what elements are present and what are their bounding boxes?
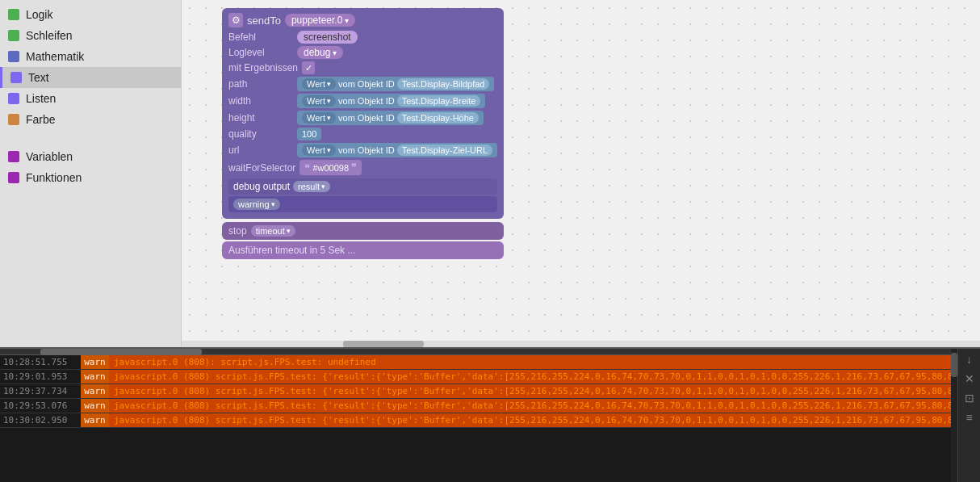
log-timestamp-1: 10:29:01.953 bbox=[0, 370, 81, 384]
loglevel-label: Loglevel bbox=[228, 47, 293, 58]
gear-icon[interactable]: ⚙ bbox=[228, 13, 243, 27]
sidebar-label-farbe: Farbe bbox=[26, 113, 56, 126]
log-message-4: javascript.0 (808) script.js.FPS.test: {… bbox=[109, 413, 980, 427]
log-icon-copy[interactable]: ⊡ bbox=[965, 392, 974, 404]
quality-value[interactable]: 100 bbox=[297, 128, 321, 140]
url-id-pill[interactable]: Test.Display-Ziel-URL bbox=[397, 145, 492, 156]
log-icon-list[interactable]: ≡ bbox=[965, 411, 972, 424]
path-wert-dropdown[interactable]: Wert bbox=[302, 78, 336, 90]
width-label: width bbox=[228, 95, 293, 107]
warning-block[interactable]: warning bbox=[228, 196, 497, 212]
height-von: vom Objekt ID bbox=[338, 113, 395, 123]
mit-ergebnissen-row: mit Ergebnissen ✓ bbox=[228, 61, 497, 74]
sidebar-label-listen: Listen bbox=[26, 92, 56, 105]
sidebar-item-text[interactable]: Text bbox=[0, 67, 181, 88]
path-id-pill[interactable]: Test.Display-Bildpfad bbox=[397, 78, 490, 90]
quality-label: quality bbox=[228, 128, 293, 140]
height-row: height Wert vom Objekt ID Test.Display-H… bbox=[228, 111, 497, 125]
open-quote: ❝ bbox=[304, 161, 310, 174]
mit-checkbox[interactable]: ✓ bbox=[302, 61, 315, 74]
url-value-block[interactable]: Wert vom Objekt ID Test.Display-Ziel-URL bbox=[297, 143, 497, 157]
result-dropdown[interactable]: result bbox=[293, 181, 330, 192]
url-von: vom Objekt ID bbox=[338, 145, 395, 155]
log-timestamp-0: 10:28:51.755 bbox=[0, 355, 81, 369]
width-von: vom Objekt ID bbox=[338, 96, 395, 106]
sidebar-item-farbe[interactable]: Farbe bbox=[0, 109, 181, 130]
width-wert-dropdown[interactable]: Wert bbox=[302, 95, 336, 107]
log-timestamp-3: 10:29:53.076 bbox=[0, 399, 81, 413]
log-message-3: javascript.0 (808) script.js.FPS.test: {… bbox=[109, 399, 980, 413]
stop-block[interactable]: stop timeout bbox=[222, 222, 504, 240]
sidebar-item-variablen[interactable]: Variablen bbox=[0, 146, 181, 167]
log-scrollbar-v-thumb[interactable] bbox=[951, 353, 957, 377]
log-level-2: warn bbox=[81, 384, 109, 398]
timeout-dropdown[interactable]: timeout bbox=[251, 225, 295, 237]
log-sidebar: ↓ ✕ ⊡ ≡ bbox=[957, 349, 980, 482]
sendto-target-dropdown[interactable]: puppeteer.0 bbox=[285, 14, 355, 27]
url-wert-dropdown[interactable]: Wert bbox=[302, 145, 336, 156]
waitforselector-label: waitForSelector bbox=[228, 162, 295, 174]
sidebar-item-mathematik[interactable]: Mathematik bbox=[0, 46, 181, 67]
log-entry-2: 10:29:37.734 warn javascript.0 (808) scr… bbox=[0, 384, 980, 399]
variablen-color bbox=[8, 151, 19, 162]
farbe-color bbox=[8, 114, 19, 125]
log-icon-down[interactable]: ↓ bbox=[966, 353, 972, 366]
log-scrollbar-horizontal[interactable] bbox=[0, 349, 980, 355]
canvas-scrollbar-horizontal[interactable] bbox=[182, 341, 980, 347]
debug-output-label: debug output bbox=[233, 181, 290, 192]
path-row: path Wert vom Objekt ID Test.Display-Bil… bbox=[228, 77, 497, 91]
height-label: height bbox=[228, 112, 293, 124]
height-id-pill[interactable]: Test.Display-Höhe bbox=[397, 112, 479, 124]
log-entries: 10:28:51.755 warn javascript.0 (808): sc… bbox=[0, 355, 980, 428]
log-scrollbar-thumb[interactable] bbox=[40, 349, 202, 355]
height-wert-dropdown[interactable]: Wert bbox=[302, 112, 336, 124]
log-area: 10:28:51.755 warn javascript.0 (808): sc… bbox=[0, 347, 980, 482]
log-entry-3: 10:29:53.076 warn javascript.0 (808) scr… bbox=[0, 399, 980, 413]
waitforselector-value-block[interactable]: ❝ #w00098 ❞ bbox=[299, 160, 362, 175]
warning-dropdown[interactable]: warning bbox=[233, 199, 280, 210]
sidebar: Logik Schleifen Mathematik Text Listen F… bbox=[0, 0, 182, 347]
debug-output-block[interactable]: debug output result bbox=[228, 178, 497, 195]
block-cluster: ⚙ sendTo puppeteer.0 Befehl screenshot L… bbox=[222, 8, 504, 259]
log-icon-trash[interactable]: ✕ bbox=[965, 372, 974, 385]
height-value-block[interactable]: Wert vom Objekt ID Test.Display-Höhe bbox=[297, 111, 484, 125]
sendto-label: sendTo bbox=[247, 15, 281, 27]
sendto-header: ⚙ sendTo puppeteer.0 bbox=[228, 13, 497, 27]
width-row: width Wert vom Objekt ID Test.Display-Br… bbox=[228, 94, 497, 108]
mathematik-color bbox=[8, 51, 19, 62]
log-message-2: javascript.0 (808) script.js.FPS.test: {… bbox=[109, 384, 980, 398]
sidebar-label-variablen: Variablen bbox=[26, 150, 73, 163]
path-von: vom Objekt ID bbox=[338, 79, 395, 89]
log-entry-4: 10:30:02.950 warn javascript.0 (808) scr… bbox=[0, 413, 980, 428]
mit-label: mit Ergebnissen bbox=[228, 62, 298, 73]
loglevel-dropdown[interactable]: debug bbox=[297, 46, 343, 59]
befehl-row: Befehl screenshot bbox=[228, 31, 497, 44]
log-level-4: warn bbox=[81, 413, 109, 427]
gear-symbol: ⚙ bbox=[232, 15, 241, 26]
text-color bbox=[10, 72, 22, 83]
sidebar-item-listen[interactable]: Listen bbox=[0, 88, 181, 109]
width-id-pill[interactable]: Test.Display-Breite bbox=[397, 95, 481, 107]
canvas-scrollbar-thumb[interactable] bbox=[343, 341, 424, 347]
log-entry-1: 10:29:01.953 warn javascript.0 (808) scr… bbox=[0, 370, 980, 384]
canvas-area[interactable]: ⚙ sendTo puppeteer.0 Befehl screenshot L… bbox=[182, 0, 980, 347]
check-symbol: ✓ bbox=[305, 63, 312, 73]
log-timestamp-2: 10:29:37.734 bbox=[0, 384, 81, 398]
sidebar-item-logik[interactable]: Logik bbox=[0, 4, 181, 25]
log-timestamp-4: 10:30:02.950 bbox=[0, 413, 81, 427]
sidebar-item-funktionen[interactable]: Funktionen bbox=[0, 167, 181, 188]
sendto-block[interactable]: ⚙ sendTo puppeteer.0 Befehl screenshot L… bbox=[222, 8, 504, 219]
path-label: path bbox=[228, 78, 293, 90]
quality-row: quality 100 bbox=[228, 128, 497, 140]
sidebar-label-schleifen: Schleifen bbox=[26, 29, 73, 42]
schleifen-color bbox=[8, 30, 19, 41]
log-level-3: warn bbox=[81, 399, 109, 413]
log-level-1: warn bbox=[81, 370, 109, 384]
log-scrollbar-vertical[interactable] bbox=[951, 349, 957, 482]
sidebar-item-schleifen[interactable]: Schleifen bbox=[0, 25, 181, 46]
path-value-block[interactable]: Wert vom Objekt ID Test.Display-Bildpfad bbox=[297, 77, 494, 91]
width-value-block[interactable]: Wert vom Objekt ID Test.Display-Breite bbox=[297, 94, 485, 108]
funktionen-color bbox=[8, 172, 19, 183]
befehl-value[interactable]: screenshot bbox=[297, 31, 358, 44]
log-level-0: warn bbox=[81, 355, 109, 369]
